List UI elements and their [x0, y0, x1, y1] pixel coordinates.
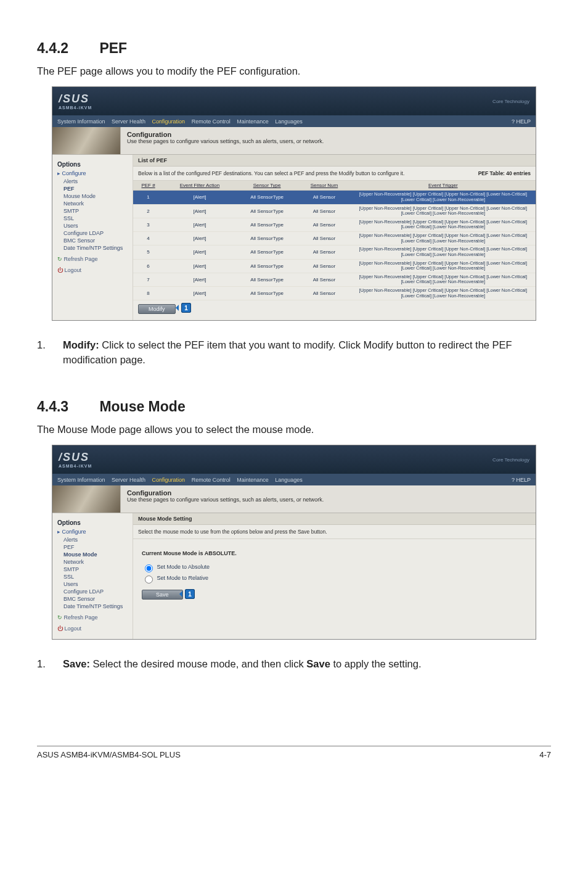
- sidebar-item-ssl[interactable]: SSL: [63, 215, 129, 221]
- sidebar-group-configure[interactable]: Configure: [57, 170, 129, 176]
- sidebar-item-mouse-mode[interactable]: Mouse Mode: [63, 193, 129, 199]
- banner-image: [52, 127, 121, 154]
- sidebar-item-bmc-sensor[interactable]: BMC Sensor: [63, 596, 129, 602]
- col-sensor-type[interactable]: Sensor Type: [236, 181, 298, 191]
- tab-languages[interactable]: Languages: [275, 477, 303, 483]
- sidebar-item-alerts[interactable]: Alerts: [63, 178, 129, 184]
- tab-configuration[interactable]: Configuration: [152, 477, 186, 483]
- sidebar-item-network[interactable]: Network: [63, 559, 129, 565]
- sec-name: Mouse Mode: [99, 398, 185, 415]
- tab-remote-control[interactable]: Remote Control: [192, 118, 231, 125]
- section-4-4-2-title: 4.4.2 PEF: [37, 40, 551, 57]
- sidebar-item-network[interactable]: Network: [63, 200, 129, 207]
- section-4-4-3-title: 4.4.3 Mouse Mode: [37, 398, 551, 415]
- config-banner: Configuration Use these pages to configu…: [52, 485, 536, 513]
- sidebar-item-alerts[interactable]: Alerts: [63, 537, 129, 543]
- refresh-page[interactable]: Refresh Page: [57, 256, 98, 262]
- table-row[interactable]: 6[Alert]All SensorTypeAll Sensor[Upper N…: [133, 259, 536, 273]
- mouse-mode-desc: Select the mouse mode to use from the op…: [133, 525, 536, 539]
- logout[interactable]: Logout: [57, 625, 81, 632]
- pef-screenshot: /SUS ASMB4-iKVM Core Technology System I…: [52, 86, 536, 321]
- pef-intro: The PEF page allows you to modify the PE…: [37, 64, 551, 78]
- sidebar-item-pef[interactable]: PEF: [63, 544, 129, 550]
- table-row[interactable]: 1[Alert]All SensorTypeAll Sensor[Upper N…: [133, 191, 536, 204]
- sidebar-header: Options: [57, 161, 129, 168]
- brand-logo: /SUS ASMB4-iKVM: [59, 93, 92, 110]
- mouse-intro: The Mouse Mode page allows you to select…: [37, 423, 551, 436]
- tab-maintenance[interactable]: Maintenance: [237, 118, 269, 125]
- window-titlebar: /SUSASMB4-iKVM Core Technology: [52, 445, 536, 474]
- col-sensor-num[interactable]: Sensor Num: [298, 181, 350, 191]
- logout[interactable]: Logout: [57, 267, 81, 273]
- sec-num: 4.4.3: [37, 398, 68, 415]
- callout-1: 1: [181, 303, 191, 313]
- sidebar-item-bmc-sensor[interactable]: BMC Sensor: [63, 237, 129, 244]
- sidebar-item-ldap[interactable]: Configure LDAP: [63, 588, 129, 595]
- tab-system-info[interactable]: System Information: [57, 477, 105, 483]
- table-row[interactable]: 8[Alert]All SensorTypeAll Sensor[Upper N…: [133, 287, 536, 300]
- col-event-trigger[interactable]: Event Trigger: [351, 181, 536, 191]
- footer-page-number: 4-7: [539, 750, 551, 759]
- tab-configuration[interactable]: Configuration: [152, 118, 186, 125]
- table-row[interactable]: 3[Alert]All SensorTypeAll Sensor[Upper N…: [133, 218, 536, 231]
- table-row[interactable]: 7[Alert]All SensorTypeAll Sensor[Upper N…: [133, 273, 536, 286]
- sidebar: Options Configure Alerts PEF Mouse Mode …: [52, 513, 133, 639]
- step-num: 1.: [37, 338, 63, 368]
- mouse-mode-header: Mouse Mode Setting: [133, 513, 536, 525]
- tab-server-health[interactable]: Server Health: [112, 477, 145, 483]
- sec-num: 4.4.2: [37, 40, 68, 56]
- config-desc: Use these pages to configure various set…: [127, 497, 324, 503]
- table-row[interactable]: 5[Alert]All SensorTypeAll Sensor[Upper N…: [133, 245, 536, 259]
- current-mouse-mode: Current Mouse Mode is ABSOLUTE.: [142, 550, 527, 556]
- mouse-screenshot: /SUSASMB4-iKVM Core Technology System In…: [52, 445, 536, 640]
- tab-system-info[interactable]: System Information: [57, 118, 105, 125]
- radio-absolute-input[interactable]: [145, 564, 153, 572]
- sidebar-item-ntp[interactable]: Date Time/NTP Settings: [63, 245, 129, 251]
- nav-tabs: System Information Server Health Configu…: [52, 474, 536, 485]
- banner-image: [52, 485, 121, 513]
- sidebar-item-smtp[interactable]: SMTP: [63, 208, 129, 214]
- table-row[interactable]: 4[Alert]All SensorTypeAll Sensor[Upper N…: [133, 232, 536, 245]
- sidebar-item-pef[interactable]: PEF: [63, 186, 129, 192]
- sidebar-item-ldap[interactable]: Configure LDAP: [63, 230, 129, 236]
- sidebar: Options Configure Alerts PEF Mouse Mode …: [52, 155, 133, 320]
- col-pef-num[interactable]: PEF #: [133, 181, 163, 191]
- page-footer: ASUS ASMB4-iKVM/ASMB4-SOL PLUS 4-7: [37, 746, 551, 759]
- sidebar-item-ssl[interactable]: SSL: [63, 574, 129, 580]
- col-event-filter-action[interactable]: Event Filter Action: [163, 181, 236, 191]
- radio-relative-input[interactable]: [145, 576, 153, 584]
- pef-table: PEF # Event Filter Action Sensor Type Se…: [133, 181, 536, 300]
- sec-name: PEF: [99, 40, 127, 56]
- radio-absolute[interactable]: Set Mode to Absolute: [142, 563, 527, 572]
- step-num: 1.: [37, 657, 63, 672]
- sidebar-item-ntp[interactable]: Date Time/NTP Settings: [63, 603, 129, 609]
- table-row[interactable]: 2[Alert]All SensorTypeAll Sensor[Upper N…: [133, 204, 536, 218]
- tab-server-health[interactable]: Server Health: [112, 118, 145, 125]
- config-heading: Configuration: [127, 131, 171, 138]
- list-of-pef-header: List of PEF: [133, 155, 536, 167]
- brand-slogan: Core Technology: [492, 457, 529, 463]
- sidebar-item-mouse-mode[interactable]: Mouse Mode: [63, 551, 129, 558]
- step-text: Modify: Click to select the PEF item tha…: [63, 338, 551, 368]
- help-link[interactable]: ? HELP: [512, 477, 531, 483]
- config-desc: Use these pages to configure various set…: [127, 138, 324, 144]
- refresh-page[interactable]: Refresh Page: [57, 614, 98, 621]
- radio-relative[interactable]: Set Mode to Relative: [142, 574, 527, 584]
- sidebar-item-users[interactable]: Users: [63, 581, 129, 587]
- tab-maintenance[interactable]: Maintenance: [237, 477, 269, 483]
- callout-1: 1: [185, 589, 195, 599]
- brand-logo: /SUSASMB4-iKVM: [59, 451, 92, 468]
- sidebar-item-users[interactable]: Users: [63, 223, 129, 229]
- pef-description: Below is a list of the configured PEF de…: [133, 167, 536, 181]
- brand-slogan: Core Technology: [492, 99, 529, 104]
- radio-absolute-label: Set Mode to Absolute: [157, 564, 210, 571]
- sidebar-group-configure[interactable]: Configure: [57, 529, 129, 535]
- tab-languages[interactable]: Languages: [275, 118, 303, 125]
- tab-remote-control[interactable]: Remote Control: [192, 477, 231, 483]
- window-titlebar: /SUS ASMB4-iKVM Core Technology: [52, 87, 536, 115]
- sidebar-item-smtp[interactable]: SMTP: [63, 566, 129, 572]
- help-link[interactable]: ? HELP: [512, 118, 531, 125]
- sidebar-header: Options: [57, 519, 129, 526]
- modify-button[interactable]: Modify: [138, 304, 176, 314]
- radio-relative-label: Set Mode to Relative: [157, 576, 209, 582]
